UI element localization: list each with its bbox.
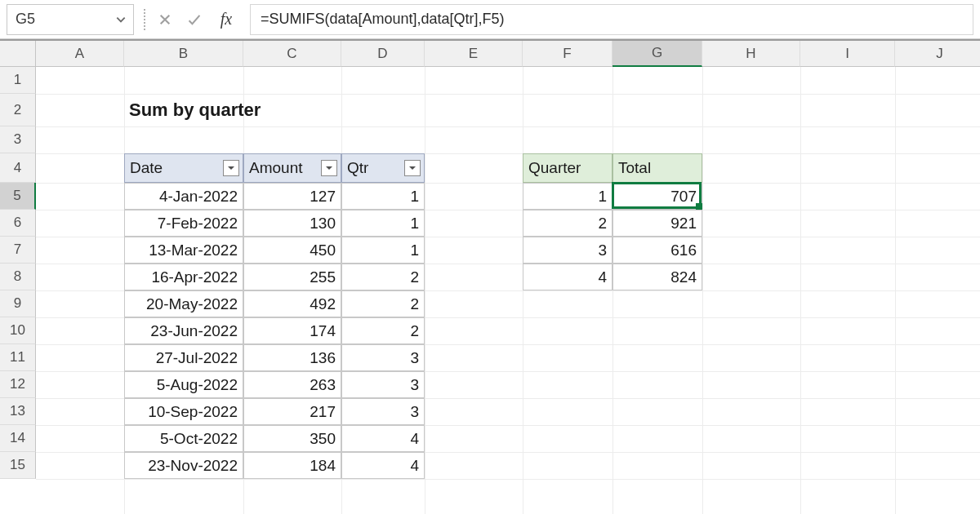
table-row-qtr[interactable]: 2 (341, 290, 425, 317)
col-header-G[interactable]: G (612, 41, 702, 67)
fx-icon[interactable]: fx (212, 10, 240, 29)
table-row-amount[interactable]: 217 (243, 398, 341, 425)
summary-header-total[interactable]: Total (612, 153, 702, 183)
table-row-date[interactable]: 5-Aug-2022 (124, 371, 243, 398)
table-row-date[interactable]: 23-Jun-2022 (124, 317, 243, 344)
row-header-14[interactable]: 14 (0, 425, 36, 452)
summary-header-quarter[interactable]: Quarter (523, 153, 612, 183)
row-header-2[interactable]: 2 (0, 94, 36, 126)
table-header-amount[interactable]: Amount (243, 153, 341, 183)
table-row-qtr[interactable]: 1 (341, 237, 425, 264)
table-row-amount[interactable]: 263 (243, 371, 341, 398)
col-header-C[interactable]: C (243, 41, 341, 67)
row-header-9[interactable]: 9 (0, 290, 36, 317)
name-box[interactable]: G5 (7, 4, 134, 35)
cancel-formula-button[interactable] (154, 6, 176, 33)
table-row-qtr[interactable]: 3 (341, 371, 425, 398)
formula-input[interactable]: =SUMIFS(data[Amount],data[Qtr],F5) (250, 4, 973, 35)
page-title[interactable]: Sum by quarter (124, 94, 425, 126)
table-row-amount[interactable]: 492 (243, 290, 341, 317)
table-header-date[interactable]: Date (124, 153, 243, 183)
summary-row-total[interactable]: 707 (612, 183, 702, 210)
chevron-down-icon[interactable] (115, 14, 127, 25)
row-headers: 123456789101112131415 (0, 67, 36, 514)
filter-dropdown-icon[interactable] (404, 160, 421, 176)
summary-row-total[interactable]: 824 (612, 264, 702, 290)
select-all-corner[interactable] (0, 41, 36, 67)
row-header-3[interactable]: 3 (0, 126, 36, 153)
table-row-amount[interactable]: 255 (243, 264, 341, 290)
table-row-qtr[interactable]: 1 (341, 210, 425, 237)
summary-row-quarter[interactable]: 2 (523, 210, 612, 237)
table-row-date[interactable]: 13-Mar-2022 (124, 237, 243, 264)
table-row-qtr[interactable]: 2 (341, 264, 425, 290)
table-row-amount[interactable]: 184 (243, 452, 341, 479)
row-header-13[interactable]: 13 (0, 398, 36, 425)
col-header-D[interactable]: D (341, 41, 425, 67)
row-header-6[interactable]: 6 (0, 210, 36, 237)
table-row-date[interactable]: 10-Sep-2022 (124, 398, 243, 425)
table-row-amount[interactable]: 130 (243, 210, 341, 237)
filter-dropdown-icon[interactable] (223, 160, 239, 176)
col-header-E[interactable]: E (425, 41, 523, 67)
filter-dropdown-icon[interactable] (321, 160, 337, 176)
row-header-12[interactable]: 12 (0, 371, 36, 398)
col-header-J[interactable]: J (895, 41, 980, 67)
summary-row-total[interactable]: 921 (612, 210, 702, 237)
table-row-amount[interactable]: 127 (243, 183, 341, 210)
table-row-date[interactable]: 16-Apr-2022 (124, 264, 243, 290)
row-header-7[interactable]: 7 (0, 237, 36, 264)
table-row-date[interactable]: 20-May-2022 (124, 290, 243, 317)
formula-text: =SUMIFS(data[Amount],data[Qtr],F5) (261, 11, 505, 28)
table-row-amount[interactable]: 450 (243, 237, 341, 264)
row-header-11[interactable]: 11 (0, 344, 36, 371)
col-header-I[interactable]: I (800, 41, 895, 67)
cells-area[interactable]: Sum by quarterDateAmountQtr4-Jan-2022127… (36, 67, 980, 514)
gridline-h (36, 126, 980, 127)
summary-row-total[interactable]: 616 (612, 237, 702, 264)
table-row-amount[interactable]: 174 (243, 317, 341, 344)
col-header-B[interactable]: B (124, 41, 243, 67)
column-headers: ABCDEFGHIJ (36, 41, 980, 67)
table-row-qtr[interactable]: 3 (341, 398, 425, 425)
table-row-qtr[interactable]: 4 (341, 452, 425, 479)
enter-formula-button[interactable] (183, 6, 206, 33)
table-row-date[interactable]: 7-Feb-2022 (124, 210, 243, 237)
table-row-qtr[interactable]: 1 (341, 183, 425, 210)
table-row-qtr[interactable]: 3 (341, 344, 425, 371)
col-header-H[interactable]: H (702, 41, 800, 67)
table-row-amount[interactable]: 136 (243, 344, 341, 371)
row-header-10[interactable]: 10 (0, 317, 36, 344)
name-box-value: G5 (16, 11, 35, 28)
table-row-amount[interactable]: 350 (243, 425, 341, 452)
row-header-15[interactable]: 15 (0, 452, 36, 479)
table-row-date[interactable]: 5-Oct-2022 (124, 425, 243, 452)
row-header-8[interactable]: 8 (0, 264, 36, 290)
col-header-A[interactable]: A (36, 41, 124, 67)
summary-row-quarter[interactable]: 1 (523, 183, 612, 210)
table-row-date[interactable]: 4-Jan-2022 (124, 183, 243, 210)
row-header-1[interactable]: 1 (0, 67, 36, 94)
table-header-qtr[interactable]: Qtr (341, 153, 425, 183)
table-row-date[interactable]: 23-Nov-2022 (124, 452, 243, 479)
row-header-5[interactable]: 5 (0, 183, 36, 210)
worksheet[interactable]: ABCDEFGHIJ 123456789101112131415 Sum by … (0, 39, 980, 514)
table-row-qtr[interactable]: 4 (341, 425, 425, 452)
divider (144, 9, 145, 30)
table-row-qtr[interactable]: 2 (341, 317, 425, 344)
summary-row-quarter[interactable]: 4 (523, 264, 612, 290)
row-header-4[interactable]: 4 (0, 153, 36, 183)
col-header-F[interactable]: F (523, 41, 612, 67)
summary-row-quarter[interactable]: 3 (523, 237, 612, 264)
formula-bar: G5 fx =SUMIFS(data[Amount],data[Qtr],F5) (0, 0, 980, 39)
table-row-date[interactable]: 27-Jul-2022 (124, 344, 243, 371)
gridline-h (36, 479, 980, 480)
